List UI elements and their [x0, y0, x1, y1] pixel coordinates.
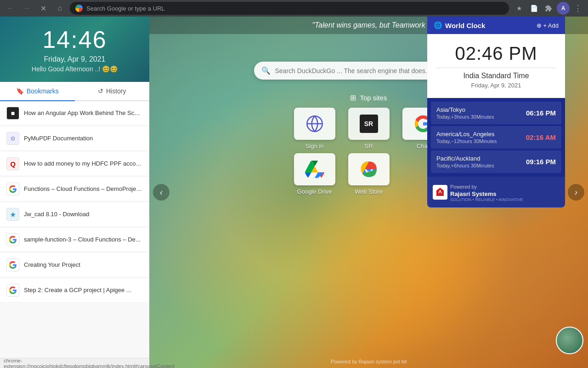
list-item[interactable]: Functions – Cloud Functions – DemoProjec… [0, 177, 149, 201]
bookmark-title: Jw_cad 8.10 - Download [24, 211, 89, 218]
bookmark-title: PyMuPDF Documentation [24, 135, 93, 143]
list-item[interactable]: Creating Your Project [0, 253, 149, 277]
bookmark-list: ■ How an Angular App Work Behind The Sce… [0, 101, 149, 358]
powered-by-footer: Powered by Rajasri system pvt ltd [331, 359, 407, 364]
site-icon-box [294, 153, 335, 185]
list-item[interactable]: Q How to add money to my HDFC PPF accoun… [0, 152, 149, 176]
rajasri-logo: Powered by Rajasri Systems SOLUTION • RE… [433, 182, 523, 202]
wc-zone-time: 09:16 PM [526, 158, 556, 166]
wc-zone-name: Pacific/Auckland [436, 155, 494, 162]
address-bar[interactable]: Search Google or type a URL [70, 2, 509, 15]
avatar-circle[interactable] [556, 327, 583, 354]
wc-zone-item[interactable]: Asia/Tokyo Today,+3hours 30Minutes 06:16… [431, 102, 561, 124]
bookmark-favicon [6, 259, 19, 271]
wc-footer: Powered by Rajasri Systems SOLUTION • RE… [427, 177, 565, 207]
address-text: Search Google or type a URL [86, 5, 165, 12]
bookmark-star-button[interactable]: ★ [513, 2, 526, 15]
wc-title: 🌐 World Clock [434, 21, 485, 29]
wc-main-timezone: India Standard Time [436, 72, 556, 80]
wc-zone-time: 06:16 PM [526, 109, 556, 117]
wc-zone-left: Pacific/Auckland Today,+6hours 30Minutes [436, 155, 494, 168]
list-item[interactable]: ■ How an Angular App Work Behind The Sce… [0, 101, 149, 126]
list-item[interactable]: sample-function-3 – Cloud Functions – De… [0, 228, 149, 252]
wc-main-time-card: 02:46 PM India Standard Time Friday, Apr… [427, 34, 565, 98]
status-bar: chrome-extension://mocoicjohiokdcfiepglp… [0, 358, 149, 368]
site-icon-box: SR [348, 108, 390, 140]
reload-button[interactable]: ✕ [37, 2, 50, 15]
site-item-signin[interactable]: Sign in [289, 108, 340, 150]
wc-zone-offset: Today,−12hours 30Minutes [436, 138, 497, 144]
wc-zone-left: America/Los_Angeles Today,−12hours 30Min… [436, 131, 497, 144]
tab-history[interactable]: ↺ History [75, 82, 150, 101]
profile-button[interactable]: A [557, 2, 570, 15]
site-name: Web Store [355, 188, 383, 195]
powered-by-text: Powered by Rajasri system pvt ltd [331, 359, 407, 364]
list-item[interactable]: ★ Jw_cad 8.10 - Download [0, 202, 149, 227]
site-icon-box [294, 108, 335, 140]
carousel-left-button[interactable]: ‹ [153, 184, 170, 201]
wc-zone-offset: Today,+6hours 30Minutes [436, 163, 494, 168]
site-item-webstore[interactable]: Web Store [344, 153, 394, 195]
world-clock-widget: 🌐 World Clock ⊕ + Add 02:46 PM India Sta… [427, 17, 565, 207]
wc-zone-item[interactable]: Pacific/Auckland Today,+6hours 30Minutes… [431, 150, 561, 173]
site-item-drive[interactable]: Google Drive [289, 153, 340, 195]
brand-tagline: SOLUTION • RELIABLE • INNOVATIVE [450, 197, 523, 202]
search-icon: 🔍 [261, 66, 271, 75]
bookmark-favicon: ⊙ [6, 132, 19, 145]
sidebar: 14:46 Friday, Apr 9, 2021 Hello Good Aft… [0, 17, 149, 368]
site-name: Sign in [305, 143, 324, 150]
clock-greeting: Hello Good Afternoon ..! 😊😊 [9, 65, 140, 73]
site-name: Google Drive [297, 188, 332, 195]
list-item[interactable]: ⊙ PyMuPDF Documentation [0, 126, 149, 151]
clock-area: 14:46 Friday, Apr 9, 2021 Hello Good Aft… [0, 17, 149, 82]
toolbar-icons: ★ 📄 A ⋮ [513, 2, 584, 15]
bookmark-title: Functions – Cloud Functions – DemoProjec… [24, 185, 143, 193]
wc-add-label: + Add [543, 22, 559, 29]
bookmark-favicon: ■ [6, 107, 19, 120]
history-icon: ↺ [98, 87, 103, 95]
wc-main-clock: 02:46 PM [436, 43, 556, 64]
forward-button[interactable]: → [20, 2, 33, 15]
powered-by-label: Powered by [450, 184, 477, 190]
top-sites-label: ⊞ Top sites [289, 93, 448, 102]
bookmark-favicon: Q [6, 157, 19, 170]
bookmark-icon: 🔖 [16, 87, 24, 95]
tab-bookmarks-label: Bookmarks [27, 87, 59, 95]
wc-zone-name: America/Los_Angeles [436, 131, 497, 138]
wc-title-text: World Clock [445, 22, 485, 29]
newtab-main: ‹ "Talent wins games, but Teamwork › 🔍 ⊞ [149, 17, 588, 368]
sidebar-tabs: 🔖 Bookmarks ↺ History [0, 82, 149, 101]
bookmark-title: How an Angular App Work Behind The Scene… [24, 109, 143, 117]
site-item-sr[interactable]: SR SR [344, 108, 394, 150]
wc-add-button[interactable]: ⊕ + Add [537, 22, 559, 29]
wc-main-date: Friday, Apr 9, 2021 [436, 82, 556, 89]
bookmark-title: sample-function-3 – Cloud Functions – De… [24, 236, 141, 244]
home-button[interactable]: ⌂ [53, 2, 66, 15]
list-item[interactable]: Step 2: Create a GCP project | Apigee ..… [0, 278, 149, 303]
quote-text: "Talent wins games, but Teamwork [312, 21, 425, 29]
tab-bookmarks[interactable]: 🔖 Bookmarks [0, 82, 75, 101]
extension-puzzle-button[interactable]: 📄 [527, 2, 540, 15]
plus-icon: ⊕ [537, 22, 542, 29]
wc-zone-item[interactable]: America/Los_Angeles Today,−12hours 30Min… [431, 126, 561, 149]
site-icon-box [348, 153, 390, 185]
google-favicon-icon [75, 5, 83, 12]
menu-button[interactable]: ⋮ [571, 2, 584, 15]
bookmark-title: How to add money to my HDFC PPF account … [24, 160, 143, 168]
bookmark-title: Creating Your Project [24, 261, 80, 269]
carousel-right-button[interactable]: › [568, 184, 584, 201]
browser-content: 14:46 Friday, Apr 9, 2021 Hello Good Aft… [0, 17, 588, 368]
top-sites-section: ⊞ Top sites Sign in [289, 93, 448, 195]
back-button[interactable]: ← [4, 2, 17, 15]
top-sites-grid: Sign in SR SR [289, 108, 448, 195]
title-bar: ← → ✕ ⌂ Search Google or type a URL ★ 📄 … [0, 0, 588, 17]
bookmark-favicon: ★ [6, 208, 19, 221]
browser-frame: ← → ✕ ⌂ Search Google or type a URL ★ 📄 … [0, 0, 588, 368]
wc-zones: Asia/Tokyo Today,+3hours 30Minutes 06:16… [427, 98, 565, 177]
grid-icon: ⊞ [350, 93, 356, 102]
wc-zone-offset: Today,+3hours 30Minutes [436, 114, 494, 120]
tab-history-label: History [106, 87, 126, 95]
extension-icon[interactable] [542, 2, 555, 15]
status-url: chrome-extension://mocoicjohiokdcfiepglp… [4, 358, 175, 368]
bookmark-favicon [6, 233, 19, 246]
